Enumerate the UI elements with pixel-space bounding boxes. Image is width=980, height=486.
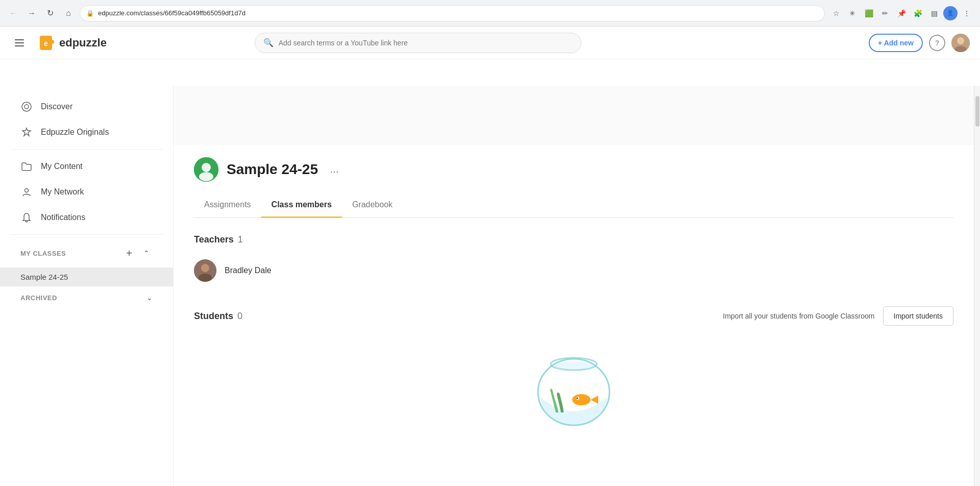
main-content: Sample 24-25 … Assignments Class members… [174,86,974,486]
svg-point-18 [553,361,594,370]
teacher-avatar [194,259,216,282]
tab-class-members[interactable]: Class members [261,194,342,218]
sidebar-divider [10,149,163,150]
students-count: 0 [237,311,242,322]
students-title: Students 0 [194,311,242,322]
archived-chevron: ⌄ [146,294,153,302]
svg-point-9 [199,172,213,181]
url-text: edpuzzle.com/classes/66f59ca049ffb65059d… [98,9,818,17]
import-hint: Import all your students from Google Cla… [723,312,874,320]
sidebar-item-notifications[interactable]: Notifications [0,205,173,230]
students-section: Students 0 Import all your students from… [194,306,953,428]
sidebar-label-my-content: My Content [41,162,83,171]
class-item-sample[interactable]: Sample 24-25 [0,268,173,286]
tab-assignments[interactable]: Assignments [194,194,261,218]
sidebar-label-discover: Discover [41,102,72,111]
user-avatar[interactable] [951,34,970,52]
teacher-item: Bradley Dale [194,255,953,286]
collapse-classes-button[interactable]: ⌃ [140,247,153,259]
ext-tab-manager[interactable]: ▤ [927,6,941,20]
network-icon [20,186,33,198]
svg-point-15 [572,394,591,405]
archived-label: ARCHIVED [20,294,146,302]
header-right: + Add new ? [869,34,970,52]
fishbowl-illustration [523,346,625,428]
add-class-button[interactable]: + [122,246,136,260]
originals-icon [20,127,33,138]
teachers-section-header: Teachers 1 [194,234,953,245]
class-item-label: Sample 24-25 [20,273,68,281]
add-new-button[interactable]: + Add new [869,34,923,52]
svg-point-6 [25,189,29,192]
teachers-label: Teachers [194,234,234,245]
search-input[interactable] [279,39,573,47]
app-header: e edpuzzle 🔍 + Add new ? [0,27,980,59]
browser-profile[interactable]: 👤 [943,6,958,20]
sidebar-label-notifications: Notifications [41,213,85,222]
sidebar-label-my-network: My Network [41,187,84,197]
archived-header[interactable]: ARCHIVED ⌄ [0,286,173,309]
tab-gradebook[interactable]: Gradebook [342,194,403,218]
logo-text: edpuzzle [59,36,107,50]
browser-menu[interactable]: ⋮ [960,6,974,20]
address-bar[interactable]: 🔒 edpuzzle.com/classes/66f59ca049ffb6505… [80,5,825,21]
svg-point-8 [202,163,211,172]
bookmark-button[interactable]: ☆ [829,6,843,20]
sidebar: Discover Edpuzzle Originals My Content [0,86,174,486]
sidebar-item-my-content[interactable]: My Content [0,154,173,179]
sidebar-item-my-network[interactable]: My Network [0,179,173,205]
tabs: Assignments Class members Gradebook [194,194,953,218]
teachers-count: 1 [238,234,243,245]
class-menu-button[interactable]: … [326,161,342,178]
svg-point-17 [577,398,578,399]
back-button[interactable]: ← [6,6,20,20]
svg-point-4 [22,102,31,111]
svg-point-12 [199,274,212,282]
content-area: Sample 24-25 … Assignments Class members… [174,145,974,486]
students-label: Students [194,311,233,322]
svg-text:e: e [44,39,48,47]
sidebar-item-originals[interactable]: Edpuzzle Originals [0,119,173,145]
sidebar-label-originals: Edpuzzle Originals [41,128,109,137]
class-avatar [194,157,218,182]
browser-chrome: ← → ↻ ⌂ 🔒 edpuzzle.com/classes/66f59ca04… [0,0,980,27]
svg-point-2 [957,37,964,44]
ext-3[interactable]: ✏ [878,6,892,20]
illustration-area [194,346,953,428]
sidebar-divider-2 [10,234,163,235]
forward-button[interactable]: → [24,6,39,20]
hamburger-button[interactable] [10,34,29,52]
class-header: Sample 24-25 … [194,157,953,182]
sidebar-nav: Discover Edpuzzle Originals My Content [0,86,173,317]
svg-point-11 [201,264,209,272]
folder-icon [20,161,33,172]
logo-icon: e [37,34,55,52]
teacher-name: Bradley Dale [225,266,272,275]
lock-icon: 🔒 [86,10,94,17]
my-classes-header: MY CLASSES + ⌃ [0,239,173,268]
class-title: Sample 24-25 [227,161,318,178]
sidebar-item-discover[interactable]: Discover [0,94,173,119]
home-button[interactable]: ⌂ [61,6,76,20]
ext-1[interactable]: ✳ [845,6,860,20]
svg-point-5 [24,105,29,109]
bell-icon [20,212,33,223]
scrollbar-thumb[interactable] [975,96,979,127]
ext-4[interactable]: 📌 [894,6,909,20]
search-bar[interactable]: 🔍 [255,33,581,53]
import-students-button[interactable]: Import students [883,306,954,326]
my-classes-label: MY CLASSES [20,250,118,257]
browser-extensions: ☆ ✳ 🟩 ✏ 📌 🧩 ▤ 👤 ⋮ [829,6,974,20]
discover-icon [20,101,33,112]
logo[interactable]: e edpuzzle [37,34,107,52]
search-icon: 🔍 [263,38,274,47]
reload-button[interactable]: ↻ [43,6,57,20]
scrollbar[interactable] [974,86,980,486]
ext-2[interactable]: 🟩 [862,6,876,20]
help-button[interactable]: ? [929,35,945,51]
ext-5[interactable]: 🧩 [911,6,925,20]
students-header-row: Students 0 Import all your students from… [194,306,953,326]
